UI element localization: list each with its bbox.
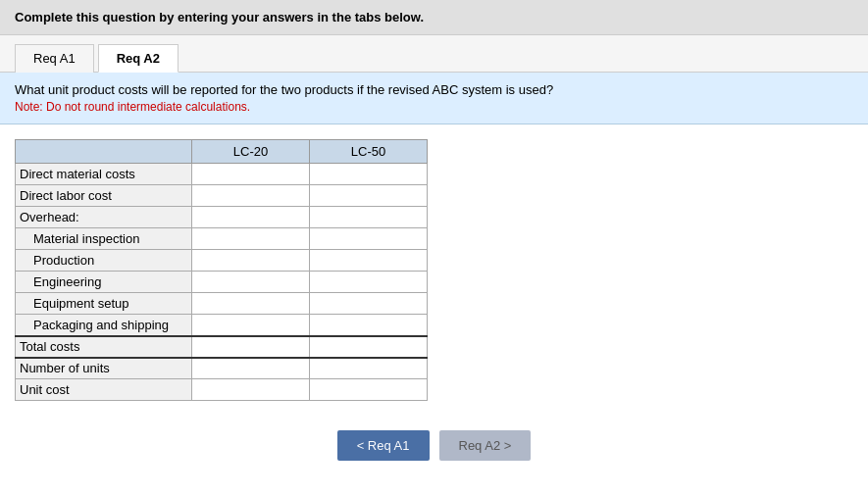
input-3-lc20[interactable] <box>192 228 309 249</box>
row-label-0: Direct material costs <box>16 164 192 185</box>
input-4-lc50[interactable] <box>310 250 427 271</box>
instruction-bar: Complete this question by entering your … <box>0 0 868 35</box>
next-button[interactable]: Req A2 > <box>439 430 532 461</box>
input-4-lc20[interactable] <box>192 250 309 271</box>
input-10-lc20[interactable] <box>192 379 309 400</box>
empty-cell-2-2 <box>310 207 428 228</box>
input-1-lc20[interactable] <box>192 185 309 206</box>
input-cell-9-lc50[interactable] <box>310 358 428 379</box>
input-cell-8-lc20[interactable] <box>192 336 310 358</box>
input-cell-1-lc20[interactable] <box>192 185 310 207</box>
input-cell-6-lc20[interactable] <box>192 293 310 315</box>
nav-buttons: < Req A1 Req A2 > <box>0 430 868 480</box>
input-3-lc50[interactable] <box>310 228 427 249</box>
input-cell-5-lc20[interactable] <box>192 272 310 293</box>
row-label-7: Packaging and shipping <box>16 315 192 336</box>
tab-req-a1[interactable]: Req A1 <box>15 44 94 73</box>
row-label-6: Equipment setup <box>16 293 192 315</box>
input-cell-0-lc50[interactable] <box>310 164 428 185</box>
input-cell-9-lc20[interactable] <box>192 358 310 379</box>
tab-req-a2[interactable]: Req A2 <box>98 44 179 73</box>
input-cell-4-lc20[interactable] <box>192 250 310 272</box>
empty-cell-2-1 <box>192 207 310 228</box>
col-header-lc20: LC-20 <box>192 140 310 164</box>
input-6-lc20[interactable] <box>192 293 309 314</box>
question-main: What unit product costs will be reported… <box>15 82 853 97</box>
row-label-2: Overhead: <box>16 207 192 228</box>
input-9-lc20[interactable] <box>192 359 309 379</box>
prev-button[interactable]: < Req A1 <box>337 430 430 461</box>
row-label-1: Direct labor cost <box>16 185 192 207</box>
input-7-lc50[interactable] <box>310 315 427 335</box>
input-cell-7-lc50[interactable] <box>310 315 428 336</box>
cost-table: LC-20 LC-50 Direct material costsDirect … <box>15 139 428 401</box>
input-cell-10-lc50[interactable] <box>310 379 428 401</box>
input-7-lc20[interactable] <box>192 315 309 335</box>
row-label-9: Number of units <box>16 358 192 379</box>
input-0-lc50[interactable] <box>310 164 427 184</box>
input-1-lc50[interactable] <box>310 185 427 206</box>
question-note: Note: Do not round intermediate calculat… <box>15 100 853 114</box>
row-label-5: Engineering <box>16 272 192 293</box>
input-9-lc50[interactable] <box>310 359 427 379</box>
table-container: LC-20 LC-50 Direct material costsDirect … <box>0 124 868 416</box>
input-0-lc20[interactable] <box>192 164 309 184</box>
input-8-lc50[interactable] <box>310 337 427 357</box>
input-cell-6-lc50[interactable] <box>310 293 428 315</box>
row-label-10: Unit cost <box>16 379 192 401</box>
input-cell-3-lc50[interactable] <box>310 228 428 250</box>
input-10-lc50[interactable] <box>310 379 427 400</box>
input-6-lc50[interactable] <box>310 293 427 314</box>
col-header-lc50: LC-50 <box>310 140 428 164</box>
question-area: What unit product costs will be reported… <box>0 73 868 124</box>
input-cell-0-lc20[interactable] <box>192 164 310 185</box>
row-label-8: Total costs <box>16 336 192 358</box>
input-8-lc20[interactable] <box>192 337 309 357</box>
input-5-lc50[interactable] <box>310 272 427 292</box>
input-cell-10-lc20[interactable] <box>192 379 310 401</box>
input-cell-7-lc20[interactable] <box>192 315 310 336</box>
input-cell-4-lc50[interactable] <box>310 250 428 272</box>
row-label-3: Material inspection <box>16 228 192 250</box>
col-header-label <box>16 140 192 164</box>
input-cell-3-lc20[interactable] <box>192 228 310 250</box>
input-cell-5-lc50[interactable] <box>310 272 428 293</box>
row-label-4: Production <box>16 250 192 272</box>
input-cell-8-lc50[interactable] <box>310 336 428 358</box>
input-5-lc20[interactable] <box>192 272 309 292</box>
input-cell-1-lc50[interactable] <box>310 185 428 207</box>
tabs-row: Req A1 Req A2 <box>0 35 868 73</box>
